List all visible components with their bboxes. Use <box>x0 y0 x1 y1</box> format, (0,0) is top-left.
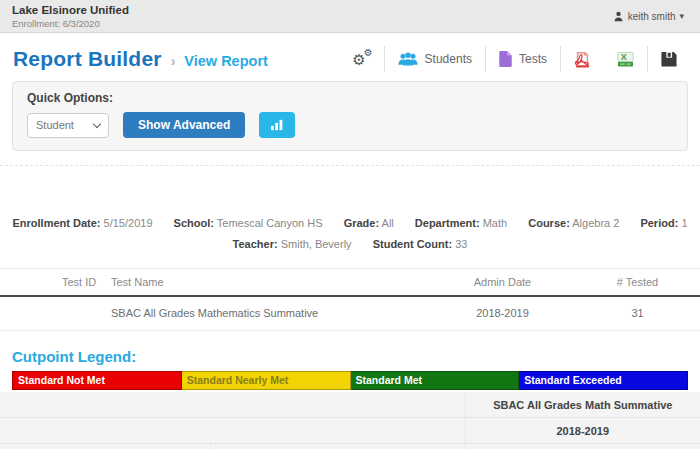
info-label: Teacher: <box>233 238 278 250</box>
info-label: Student Count: <box>373 238 452 250</box>
legend-band-exceeded: Standard Exceeded <box>519 371 688 390</box>
info-value: Smith, Beverly <box>281 238 352 250</box>
results-year-row: 2018-2019 <box>0 418 700 444</box>
tests-label: Tests <box>519 52 547 66</box>
export-pdf-button[interactable] <box>561 47 604 72</box>
tests-summary-table: Test ID Test Name Admin Date # Tested SB… <box>0 268 700 331</box>
col-header-student-name: Student Name <box>210 444 465 449</box>
top-bar: Lake Elsinore Unified Enrollment: 6/3/20… <box>0 0 700 33</box>
export-excel-button[interactable]: X <box>604 47 647 72</box>
pdf-icon <box>574 51 591 68</box>
excel-icon: X <box>617 51 634 68</box>
info-value: Temescal Canyon HS <box>217 217 323 229</box>
chevron-down-icon <box>93 119 101 127</box>
report-toolbar: ⚙⚙ Students Tests <box>339 46 690 72</box>
legend-band-met: Standard Met <box>351 371 520 390</box>
save-report-button[interactable] <box>648 47 690 71</box>
col-header-ss: SS <box>465 444 530 449</box>
info-label: Department: <box>415 217 480 229</box>
admin-date-cell: 2018-2019 <box>430 296 575 331</box>
info-value: 33 <box>455 238 467 250</box>
user-name: keith smith <box>628 11 676 22</box>
info-label: School: <box>174 217 214 229</box>
student-results-table: SBAC All Grades Math Summative 2018-2019… <box>0 392 700 449</box>
report-type-select[interactable]: Student <box>27 113 109 138</box>
report-info-line-1: Enrollment Date: 5/15/2019 School: Temes… <box>0 213 700 234</box>
students-label: Students <box>425 52 472 66</box>
cutpoint-legend: Standard Not Met Standard Nearly Met Sta… <box>12 371 688 390</box>
results-test-title: SBAC All Grades Math Summative <box>465 392 700 418</box>
enrollment-date: Enrollment: 6/3/2020 <box>12 18 129 29</box>
col-header-level: Level <box>530 444 602 449</box>
col-header-test-id: Test ID <box>0 268 105 296</box>
tests-table-row: SBAC All Grades Mathematics Summative 20… <box>0 296 700 331</box>
legend-band-nearly-met: Standard Nearly Met <box>182 371 351 390</box>
students-icon <box>398 52 418 66</box>
user-menu[interactable]: keith smith ▾ <box>613 11 684 22</box>
tests-icon <box>499 51 512 67</box>
user-icon <box>613 11 624 22</box>
results-column-header-row: Student ID Student Name SS Level DFM <box>0 444 700 449</box>
svg-text:X: X <box>621 52 627 62</box>
chevron-down-icon: ▾ <box>679 11 684 21</box>
quick-options-panel: Quick Options: Student Show Advanced <box>12 81 688 151</box>
col-header-student-id: Student ID <box>40 444 210 449</box>
info-label: Enrollment Date: <box>13 217 101 229</box>
test-id-cell <box>0 296 105 331</box>
col-header-dfm: DFM <box>602 444 670 449</box>
num-tested-cell: 31 <box>575 296 700 331</box>
tests-button[interactable]: Tests <box>486 47 560 71</box>
save-icon <box>661 51 677 67</box>
report-info: Enrollment Date: 5/15/2019 School: Temes… <box>0 213 700 256</box>
gears-icon: ⚙⚙ <box>352 52 365 67</box>
students-button[interactable]: Students <box>385 48 485 70</box>
col-header-admin-date: Admin Date <box>430 268 575 296</box>
info-value: 5/15/2019 <box>104 217 153 229</box>
info-label: Grade: <box>344 217 379 229</box>
info-label: Period: <box>640 217 678 229</box>
info-label: Course: <box>528 217 570 229</box>
col-header-num-tested: # Tested <box>575 268 700 296</box>
breadcrumb-separator-icon: › <box>171 53 176 69</box>
col-header-test-name: Test Name <box>105 268 430 296</box>
info-value: All <box>382 217 394 229</box>
quick-options-label: Quick Options: <box>27 91 673 105</box>
info-value: Math <box>483 217 507 229</box>
quick-options-controls: Student Show Advanced <box>27 112 673 138</box>
breadcrumb-current[interactable]: View Report <box>184 53 268 69</box>
legend-band-not-met: Standard Not Met <box>12 371 182 390</box>
test-name-cell: SBAC All Grades Mathematics Summative <box>105 296 430 331</box>
page-title: Report Builder <box>13 47 162 71</box>
settings-button[interactable]: ⚙⚙ <box>339 48 383 71</box>
district-name: Lake Elsinore Unified <box>12 3 129 17</box>
bar-chart-icon <box>270 119 284 131</box>
show-advanced-button[interactable]: Show Advanced <box>123 112 245 138</box>
info-value: Algebra 2 <box>572 217 619 229</box>
tests-table-header-row: Test ID Test Name Admin Date # Tested <box>0 268 700 296</box>
breadcrumb-toolbar-row: Report Builder › View Report ⚙⚙ Students <box>0 33 700 81</box>
col-header-row-num <box>0 444 40 449</box>
report-type-selected-value: Student <box>36 119 74 131</box>
info-value: 1 <box>681 217 687 229</box>
results-year: 2018-2019 <box>465 418 700 444</box>
cutpoint-legend-title: Cutpoint Legend: <box>12 348 688 365</box>
breadcrumb: Report Builder › View Report <box>13 47 268 71</box>
section-divider <box>0 165 700 166</box>
district-block: Lake Elsinore Unified Enrollment: 6/3/20… <box>12 3 129 28</box>
results-test-title-row: SBAC All Grades Math Summative <box>0 392 700 418</box>
report-info-line-2: Teacher: Smith, Beverly Student Count: 3… <box>0 234 700 255</box>
chart-view-button[interactable] <box>259 112 295 138</box>
